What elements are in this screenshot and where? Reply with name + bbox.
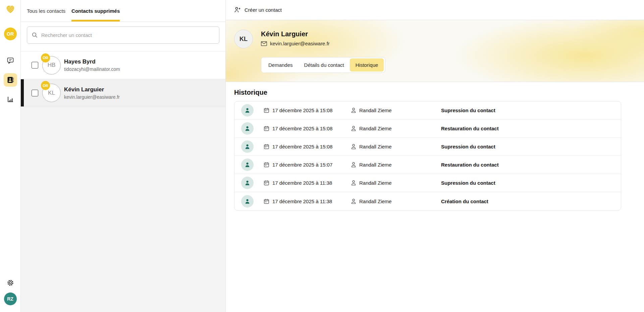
tab-contact-details[interactable]: Détails du contact — [299, 58, 350, 72]
calendar-icon — [264, 198, 269, 204]
history-entry-avatar — [241, 177, 254, 189]
person-filled-icon — [244, 162, 251, 168]
history-row: 17 décembre 2025 à 15:08 Randall Zieme S… — [234, 138, 621, 156]
tab-deleted-contacts[interactable]: Contacts supprimés — [71, 0, 120, 21]
history-action: Supression du contact — [441, 180, 614, 186]
history-date-cell: 17 décembre 2025 à 11:38 — [264, 198, 351, 204]
user-icon — [351, 107, 356, 113]
conversations-nav-chat-icon[interactable] — [4, 54, 17, 67]
analytics-nav-chart-icon[interactable] — [4, 93, 17, 106]
contact-name: Kévin Larguier — [64, 86, 120, 93]
history-user-cell: Randall Zieme — [351, 180, 441, 186]
history-section-title: Historique — [234, 89, 621, 96]
history-user-cell: Randall Zieme — [351, 198, 441, 204]
contact-search-input[interactable] — [27, 27, 219, 44]
history-row: 17 décembre 2025 à 15:08 Randall Zieme S… — [234, 101, 621, 120]
contact-header-avatar: KL — [234, 30, 253, 48]
contact-checkbox[interactable] — [32, 90, 38, 96]
contact-detail-panel: Créer un contact KL Kévin Larguier kevin… — [226, 0, 644, 312]
contact-list-tabbar: Tous les contacts Contacts supprimés — [21, 0, 225, 22]
calendar-icon — [264, 126, 269, 131]
user-icon — [351, 180, 356, 186]
history-date-cell: 17 décembre 2025 à 15:08 — [264, 144, 351, 149]
heart-logo-icon[interactable] — [5, 4, 16, 14]
history-user-cell: Randall Zieme — [351, 144, 441, 149]
user-icon — [351, 162, 356, 168]
settings-gear-icon[interactable] — [6, 278, 15, 287]
history-entry-avatar — [241, 195, 254, 208]
icon-sidebar: OR — [0, 0, 21, 312]
history-action: Restauration du contact — [441, 162, 614, 168]
contact-owner-badge: OR — [41, 81, 50, 90]
detail-tabs: Demandes Détails du contact Historique — [261, 57, 385, 73]
history-date-cell: 17 décembre 2025 à 15:08 — [264, 126, 351, 131]
calendar-icon — [264, 107, 269, 113]
user-icon — [351, 126, 356, 131]
workspace-avatar[interactable]: OR — [4, 28, 17, 40]
tab-demandes[interactable]: Demandes — [263, 58, 299, 72]
history-date-cell: 17 décembre 2025 à 15:07 — [264, 162, 351, 168]
history-user-cell: Randall Zieme — [351, 107, 441, 113]
tab-all-contacts[interactable]: Tous les contacts — [27, 0, 65, 21]
envelope-icon — [261, 41, 267, 46]
history-action: Supression du contact — [441, 144, 614, 149]
history-user-cell: Randall Zieme — [351, 162, 441, 168]
detail-topbar: Créer un contact — [226, 0, 644, 20]
contact-avatar: KL OR — [42, 84, 61, 102]
tab-history[interactable]: Historique — [350, 58, 384, 72]
app-window: OR — [0, 0, 644, 312]
contact-header-email: kevin.larguier@easiware.fr — [270, 41, 330, 46]
contact-avatar: HB OR — [42, 56, 61, 75]
history-row: 17 décembre 2025 à 11:38 Randall Zieme C… — [234, 192, 621, 210]
history-action: Supression du contact — [441, 107, 614, 113]
contact-list-item[interactable]: HB OR Hayes Byrd tidozacyhi@mailinator.c… — [21, 51, 225, 79]
history-action: Restauration du contact — [441, 126, 614, 131]
create-contact-button[interactable]: Créer un contact — [234, 6, 282, 13]
contact-header: KL Kévin Larguier kevin.larguier@easiwar… — [226, 20, 644, 82]
person-filled-icon — [244, 143, 251, 150]
history-section: Historique — [226, 82, 644, 312]
contact-name: Hayes Byrd — [64, 58, 120, 65]
history-date-cell: 17 décembre 2025 à 15:08 — [264, 107, 351, 113]
history-table: 17 décembre 2025 à 15:08 Randall Zieme S… — [234, 101, 621, 211]
contact-header-name: Kévin Larguier — [261, 30, 330, 38]
user-avatar[interactable]: RZ — [4, 293, 17, 305]
history-date-cell: 17 décembre 2025 à 11:38 — [264, 180, 351, 186]
search-area — [21, 22, 225, 51]
history-row: 17 décembre 2025 à 11:38 Randall Zieme S… — [234, 174, 621, 192]
history-user-cell: Randall Zieme — [351, 126, 441, 131]
user-icon — [351, 198, 356, 204]
person-filled-icon — [244, 180, 251, 186]
contact-list-panel: Tous les contacts Contacts supprimés HB … — [21, 0, 226, 312]
person-plus-icon — [234, 6, 241, 13]
calendar-icon — [264, 180, 269, 186]
history-entry-avatar — [241, 159, 254, 171]
history-row: 17 décembre 2025 à 15:08 Randall Zieme R… — [234, 120, 621, 138]
contacts-nav-addressbook-icon[interactable] — [4, 73, 17, 87]
contact-list-item[interactable]: KL OR Kévin Larguier kevin.larguier@easi… — [21, 79, 225, 107]
contact-email: kevin.larguier@easiware.fr — [64, 94, 120, 100]
person-filled-icon — [244, 107, 251, 114]
contact-checkbox[interactable] — [32, 62, 38, 69]
person-filled-icon — [244, 125, 251, 132]
search-icon — [32, 32, 38, 38]
history-row: 17 décembre 2025 à 15:07 Randall Zieme R… — [234, 156, 621, 174]
contact-email: tidozacyhi@mailinator.com — [64, 66, 120, 72]
history-entry-avatar — [241, 140, 254, 153]
history-entry-avatar — [241, 122, 254, 135]
person-filled-icon — [244, 198, 251, 205]
calendar-icon — [264, 144, 269, 149]
contact-list-empty-area — [21, 107, 225, 312]
user-icon — [351, 144, 356, 149]
contact-owner-badge: OR — [41, 53, 50, 62]
history-entry-avatar — [241, 104, 254, 117]
contact-list: HB OR Hayes Byrd tidozacyhi@mailinator.c… — [21, 51, 225, 107]
history-action: Création du contact — [441, 198, 614, 204]
calendar-icon — [264, 162, 269, 168]
